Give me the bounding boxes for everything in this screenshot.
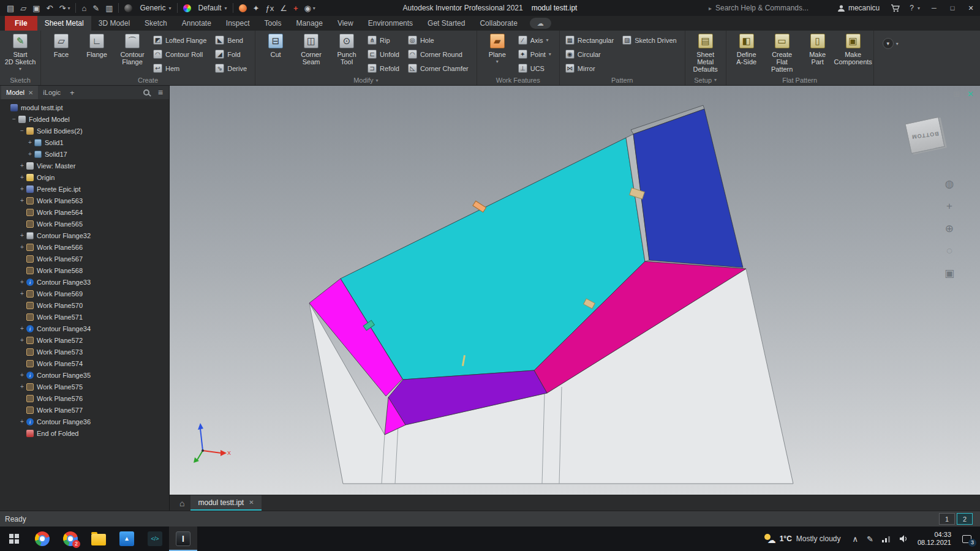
expander-icon[interactable]: +: [18, 232, 26, 239]
rectangular-button[interactable]: ▦Rectangular: [565, 33, 619, 47]
tree-item-work-plane565[interactable]: Work Plane565: [0, 218, 169, 230]
ribbon-overflow-button[interactable]: ▾▾: [883, 38, 899, 85]
tab-get-started[interactable]: Get Started: [420, 16, 472, 31]
add-browser-tab-button[interactable]: +: [66, 88, 79, 97]
tab-tools[interactable]: Tools: [257, 16, 289, 31]
measure-button[interactable]: ∠: [277, 0, 290, 16]
panel-label-modify[interactable]: Modify▾: [255, 75, 477, 85]
tree-item-solid-bodies-2[interactable]: −Solid Bodies(2): [0, 125, 169, 137]
tree-item-work-plane567[interactable]: Work Plane567: [0, 253, 169, 264]
tree-item-solid1[interactable]: +Solid1: [0, 137, 169, 148]
tab-annotate[interactable]: Annotate: [175, 16, 219, 31]
code-editor-icon[interactable]: </>: [141, 527, 169, 551]
taskbar-clock[interactable]: 04:33 08.12.2021: [913, 527, 956, 551]
tab-inspect[interactable]: Inspect: [219, 16, 257, 31]
visual-style-button[interactable]: ◉▾: [301, 0, 318, 16]
browser-tab-ilogic[interactable]: iLogic: [38, 86, 66, 99]
tab-sketch[interactable]: Sketch: [137, 16, 175, 31]
tab-environments[interactable]: Environments: [361, 16, 420, 31]
minimize-button[interactable]: ─: [925, 0, 943, 16]
full-navigation-wheel-icon[interactable]: ◍: [945, 178, 954, 190]
start-button[interactable]: [0, 527, 28, 551]
panel-label-pattern[interactable]: Pattern: [560, 75, 685, 85]
sheet-box-1[interactable]: 1: [939, 513, 955, 525]
look-at-icon[interactable]: ▣: [944, 267, 954, 280]
appearance-sphere-icon[interactable]: [180, 0, 194, 16]
corner-round-button[interactable]: ◠Corner Round: [408, 47, 473, 61]
browser-tab-model[interactable]: Model✕: [1, 86, 38, 99]
expander-icon[interactable]: +: [18, 174, 26, 181]
point-button[interactable]: ✦Point▾: [518, 47, 556, 61]
maximize-button[interactable]: □: [943, 0, 962, 16]
viewport[interactable]: BOTTOM ◍+⊕◌▣ ⊞✕ X: [170, 86, 980, 495]
tree-item-work-plane564[interactable]: Work Plane564: [0, 206, 169, 218]
help-search-input[interactable]: ▸ Search Help & Commands...: [709, 4, 831, 12]
punch-tool-button[interactable]: ⊙PunchTool: [330, 33, 364, 66]
axis-button[interactable]: ∕Axis▾: [518, 33, 556, 47]
close-browser-icon[interactable]: ✕: [967, 89, 974, 99]
tree-item-work-plane563[interactable]: +Work Plane563: [0, 195, 169, 206]
zoom-icon[interactable]: ⊕: [945, 222, 954, 235]
tree-item-work-plane568[interactable]: Work Plane568: [0, 264, 169, 276]
tab-file[interactable]: File: [5, 16, 37, 31]
make-components-button[interactable]: ▣MakeComponents: [836, 33, 870, 66]
account-menu[interactable]: mecanicu: [831, 4, 886, 12]
sketch-view-button[interactable]: ✎: [89, 0, 102, 16]
tree-item-work-plane574[interactable]: Work Plane574: [0, 358, 169, 369]
inventor-icon[interactable]: I: [169, 527, 197, 551]
close-icon[interactable]: ✕: [249, 499, 254, 506]
tree-item-work-plane571[interactable]: Work Plane571: [0, 311, 169, 323]
home-view-button[interactable]: ⌂: [78, 0, 89, 16]
tree-item-modul-testt-ipt[interactable]: modul testt.ipt: [0, 102, 169, 113]
tree-item-work-plane566[interactable]: +Work Plane566: [0, 241, 169, 253]
contour-roll-button[interactable]: ◠Contour Roll: [153, 47, 211, 61]
expander-icon[interactable]: +: [18, 162, 26, 169]
create-flat-pattern-button[interactable]: ▭CreateFlat Pattern: [765, 33, 799, 73]
panel-label-sketch[interactable]: Sketch: [0, 75, 40, 85]
tab-manage[interactable]: Manage: [289, 16, 330, 31]
corner-seam-button[interactable]: ◫CornerSeam: [294, 33, 328, 66]
document-tab-modul-testt-ipt[interactable]: modul testt.ipt✕: [190, 495, 261, 511]
model-face-blue-right[interactable]: [633, 109, 743, 268]
network-icon[interactable]: [878, 527, 895, 551]
sheet-metal-defaults-button[interactable]: ▤Sheet MetalDefaults: [688, 33, 723, 73]
browser-menu-icon[interactable]: ≡: [158, 88, 169, 97]
expander-icon[interactable]: +: [18, 418, 26, 425]
imate-icon[interactable]: ✦: [250, 0, 263, 16]
tree-item-end-of-folded[interactable]: End of Folded: [0, 427, 169, 439]
cut-button[interactable]: ⊟Cut: [258, 33, 293, 58]
add-component-button[interactable]: +: [290, 0, 301, 16]
circular-button[interactable]: ◉Circular: [565, 47, 619, 61]
volume-icon[interactable]: [895, 527, 913, 551]
help-menu[interactable]: ?▾: [905, 4, 925, 12]
tab-collaborate[interactable]: Collaborate: [472, 16, 524, 31]
face-button[interactable]: ▱Face: [44, 33, 78, 58]
flange-button[interactable]: ∟Flange: [80, 33, 114, 58]
tree-item-perete-epic-ipt[interactable]: +Perete Epic.ipt: [0, 183, 169, 195]
refold-button[interactable]: ⊐Refold: [368, 61, 404, 75]
expander-icon[interactable]: +: [18, 290, 26, 297]
expander-icon[interactable]: +: [26, 151, 34, 157]
rip-button[interactable]: ⋔Rip: [368, 33, 404, 47]
tree-item-work-plane576[interactable]: Work Plane576: [0, 392, 169, 404]
expander-icon[interactable]: +: [18, 325, 26, 332]
photos-icon[interactable]: ▲: [113, 527, 141, 551]
start-2d-sketch-button[interactable]: ✎Start2D Sketch▾: [3, 33, 37, 73]
ucs-button[interactable]: ⊥UCS: [518, 61, 556, 75]
orbit-icon[interactable]: ◌: [946, 245, 952, 257]
panel-label-work-features[interactable]: Work Features: [477, 75, 559, 85]
screen-layout-button[interactable]: ▥: [102, 0, 116, 16]
expander-icon[interactable]: +: [18, 197, 26, 204]
action-center-button[interactable]: 3: [956, 527, 980, 551]
define-a-side-button[interactable]: ◧DefineA-Side: [729, 33, 764, 66]
close-icon[interactable]: ✕: [28, 89, 33, 96]
tree-item-contour-flange34[interactable]: +iContour Flange34: [0, 323, 169, 334]
tree-item-folded-model[interactable]: −Folded Model: [0, 113, 169, 125]
undo-button[interactable]: ↶: [43, 0, 56, 16]
tab-view[interactable]: View: [330, 16, 361, 31]
sheet-box-2[interactable]: 2: [957, 513, 973, 525]
expander-icon[interactable]: +: [18, 279, 26, 285]
tree-item-contour-flange32[interactable]: +Contour Flange32: [0, 230, 169, 241]
tree-item-view-master[interactable]: +View: Master: [0, 160, 169, 171]
parameters-button[interactable]: ƒx: [262, 0, 277, 16]
